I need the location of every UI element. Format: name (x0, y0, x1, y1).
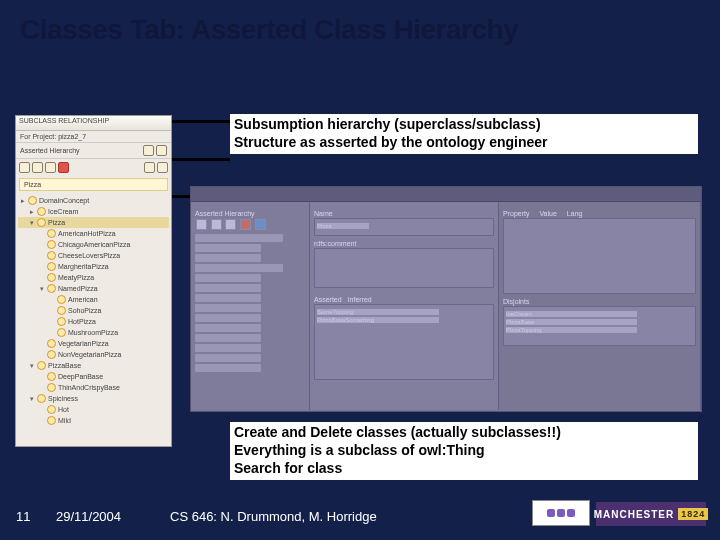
class-icon (37, 207, 46, 216)
class-icon (57, 295, 66, 304)
tree-node[interactable]: DeepPanBase (18, 371, 169, 382)
annotation-bottom-l1: Create and Delete classes (actually subc… (234, 424, 694, 440)
tree-node[interactable]: NonVegetarianPizza (18, 349, 169, 360)
tree-node[interactable]: ▾Spiciness (18, 393, 169, 404)
class-icon (47, 350, 56, 359)
comment-field[interactable] (314, 248, 494, 288)
tree-label: SohoPizza (68, 305, 101, 316)
annotations-table[interactable] (503, 218, 696, 294)
tree-label: Hot (58, 404, 69, 415)
slide-number: 11 (16, 509, 30, 524)
tree-label: NamedPizza (58, 283, 98, 294)
class-icon (47, 262, 56, 271)
editor-screenshot: Asserted Hierarchy Name Pizza (190, 186, 702, 412)
editor-left-col: Asserted Hierarchy (191, 202, 310, 410)
editor-center-col: Name Pizza rdfs:comment Asserted Inferre… (310, 202, 499, 410)
inferred-tab[interactable]: Inferred (348, 296, 372, 303)
tree-label: Mild (58, 415, 71, 426)
tree-label: HotPizza (68, 316, 96, 327)
class-icon (47, 284, 56, 293)
tree-label: VegetarianPizza (58, 338, 109, 349)
tool-icon[interactable] (255, 219, 266, 230)
twisty-icon[interactable]: ▾ (28, 360, 35, 371)
annotation-bottom: Create and Delete classes (actually subc… (230, 422, 698, 480)
project-label: For Project: pizza2_7 (16, 131, 171, 143)
expand-icon[interactable] (157, 162, 168, 173)
toolbar-icon[interactable] (143, 145, 154, 156)
tree-label: American (68, 294, 98, 305)
tree-node[interactable]: American (18, 294, 169, 305)
tree-node[interactable]: ChicagoAmericanPizza (18, 239, 169, 250)
class-icon (57, 306, 66, 315)
tree-label: MargheritaPizza (58, 261, 109, 272)
class-icon (47, 339, 56, 348)
tree-label: AmericanHotPizza (58, 228, 116, 239)
asserted-tab[interactable]: Asserted (314, 296, 342, 303)
annotation-top-l2: Structure as asserted by the ontology en… (234, 134, 694, 150)
tree-node[interactable]: HotPizza (18, 316, 169, 327)
selected-class: Pizza (24, 181, 41, 188)
manchester-logo: MANCHESTER 1824 (596, 502, 706, 526)
delete-class-icon[interactable] (58, 162, 69, 173)
tree-node[interactable]: Hot (18, 404, 169, 415)
search-class-icon[interactable] (144, 162, 155, 173)
annotation-bottom-l2: Everything is a subclass of owl:Thing (234, 442, 694, 458)
create-class-icon[interactable] (19, 162, 30, 173)
course-label: CS 646: N. Drummond, M. Horridge (170, 509, 377, 524)
twisty-icon[interactable]: ▾ (38, 283, 45, 294)
twisty-icon[interactable]: ▾ (28, 393, 35, 404)
class-icon (47, 229, 56, 238)
tree-node[interactable]: CheeseLoversPizza (18, 250, 169, 261)
tree-node[interactable]: ▾NamedPizza (18, 283, 169, 294)
tree-node[interactable]: AmericanHotPizza (18, 228, 169, 239)
tree-node[interactable]: VegetarianPizza (18, 338, 169, 349)
tree-node[interactable]: MushroomPizza (18, 327, 169, 338)
conditions-box[interactable]: SomeTopping PizzaBaseSomething (314, 304, 494, 380)
tree-node[interactable]: MeatyPizza (18, 272, 169, 283)
toolbar-icon[interactable] (156, 145, 167, 156)
tree-label: NonVegetarianPizza (58, 349, 121, 360)
class-icon (37, 394, 46, 403)
slide-date: 29/11/2004 (56, 509, 121, 524)
class-icon (57, 328, 66, 337)
class-icon (47, 240, 56, 249)
tree-node[interactable]: ThinAndCrispyBase (18, 382, 169, 393)
name-field[interactable]: Pizza (314, 218, 494, 236)
delete-icon[interactable] (240, 219, 251, 230)
disjoints-box[interactable]: IceCream PizzaBase PizzaTopping (503, 306, 696, 346)
class-icon (47, 416, 56, 425)
tree-label: ChicagoAmericanPizza (58, 239, 130, 250)
class-icon (28, 196, 37, 205)
slide-footer: 11 29/11/2004 CS 646: N. Drummond, M. Ho… (0, 502, 720, 530)
slide-title: Classes Tab: Asserted Class Hierarchy (20, 14, 518, 46)
class-tree[interactable]: ▸DomainConcept▸IceCream▾PizzaAmericanHot… (16, 193, 171, 428)
class-icon (47, 383, 56, 392)
twisty-icon[interactable]: ▸ (28, 206, 35, 217)
tree-node[interactable]: ▸DomainConcept (18, 195, 169, 206)
protege-logo (532, 500, 590, 526)
annotation-bottom-l3: Search for class (234, 460, 694, 476)
tree-node[interactable]: MargheritaPizza (18, 261, 169, 272)
tool-icon[interactable] (211, 219, 222, 230)
tree-label: DomainConcept (39, 195, 89, 206)
tree-node[interactable]: ▾Pizza (18, 217, 169, 228)
class-icon (47, 372, 56, 381)
tree-label: Pizza (48, 217, 65, 228)
create-subclass-icon[interactable] (32, 162, 43, 173)
twisty-icon[interactable]: ▸ (19, 195, 26, 206)
panel-header: SUBCLASS RELATIONSHIP (16, 116, 171, 131)
class-icon (37, 218, 46, 227)
tool-icon[interactable] (225, 219, 236, 230)
tree-node[interactable]: SohoPizza (18, 305, 169, 316)
twisty-icon[interactable]: ▾ (28, 217, 35, 228)
tree-node[interactable]: Mild (18, 415, 169, 426)
tree-label: CheeseLoversPizza (58, 250, 120, 261)
tree-label: DeepPanBase (58, 371, 103, 382)
tree-node[interactable]: ▾PizzaBase (18, 360, 169, 371)
class-icon (47, 405, 56, 414)
tree-label: ThinAndCrispyBase (58, 382, 120, 393)
tool-icon[interactable] (196, 219, 207, 230)
tree-node[interactable]: ▸IceCream (18, 206, 169, 217)
create-sibling-icon[interactable] (45, 162, 56, 173)
tree-label: MeatyPizza (58, 272, 94, 283)
